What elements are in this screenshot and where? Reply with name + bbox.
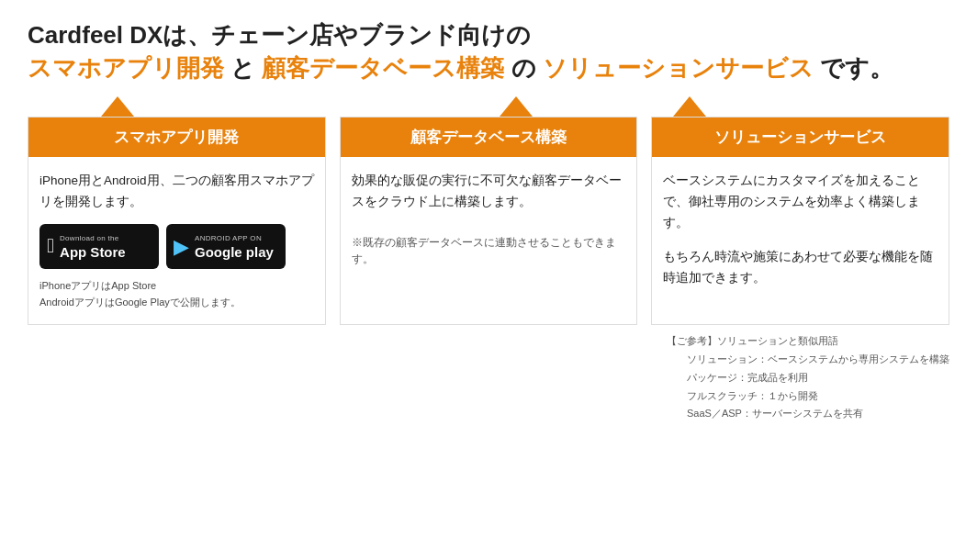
col-3: ソリューションサービス ベースシステムにカスタマイズを加えることで、御社専用のシ… xyxy=(651,117,949,325)
title-suffix: は、チェーン店やブランド向けの xyxy=(163,21,531,49)
col3-text1: ベースシステムにカスタマイズを加えることで、御社専用のシステムを効率よく構築しま… xyxy=(663,171,938,234)
store-note-line1: iPhoneアプリはApp Store xyxy=(39,278,314,295)
title-no: の xyxy=(504,54,542,82)
store-note-line2: AndroidアプリはGoogle Playで公開します。 xyxy=(39,295,314,311)
col1-body: iPhone用とAndroid用、二つの顧客用スマホアプリを開発します。  D… xyxy=(28,157,325,324)
columns-section: スマホアプリ開発 iPhone用とAndroid用、二つの顧客用スマホアプリを開… xyxy=(28,117,949,325)
col2-text: 効果的な販促の実行に不可欠な顧客データベースをクラウド上に構築します。 xyxy=(352,171,626,213)
store-note: iPhoneアプリはApp Store AndroidアプリはGoogle Pl… xyxy=(39,278,314,310)
ref-item-2: パッケージ：完成品を利用 xyxy=(667,369,949,387)
appstore-big-text: App Store xyxy=(60,244,126,261)
arrow-up-1 xyxy=(101,96,134,117)
arrow-up-2 xyxy=(500,96,533,117)
arrow-col-1 xyxy=(28,96,377,117)
page-wrapper: Cardfeel DXは、チェーン店やブランド向けの スマホアプリ開発 と 顧客… xyxy=(28,18,949,423)
col-1: スマホアプリ開発 iPhone用とAndroid用、二つの顧客用スマホアプリを開… xyxy=(28,117,326,325)
googleplay-badge[interactable]: ▶ ANDROID APP ON Google play xyxy=(166,224,286,269)
ref-content: 【ご参考】ソリューションと類似用語 ソリューション：ベースシステムから専用システ… xyxy=(667,332,949,423)
col2-note: ※既存の顧客データベースに連動させることもできます。 xyxy=(352,234,626,268)
title-desu: です。 xyxy=(814,54,893,82)
col1-header: スマホアプリ開発 xyxy=(28,118,325,157)
title-line2: スマホアプリ開発 と 顧客データベース構築 の ソリューションサービス です。 xyxy=(28,51,949,84)
appstore-badge[interactable]:  Download on the App Store xyxy=(39,224,159,269)
title-line1: Cardfeel DXは、チェーン店やブランド向けの xyxy=(28,18,949,51)
arrow-col-3 xyxy=(655,96,949,117)
col2-header: 顧客データベース構築 xyxy=(341,118,637,157)
col3-header: ソリューションサービス xyxy=(652,118,949,157)
arrow-up-3 xyxy=(673,96,706,117)
googleplay-small-text: ANDROID APP ON xyxy=(195,232,274,245)
col1-text: iPhone用とAndroid用、二つの顧客用スマホアプリを開発します。 xyxy=(39,171,314,213)
col3-body: ベースシステムにカスタマイズを加えることで、御社専用のシステムを効率よく構築しま… xyxy=(652,157,949,316)
title-db: 顧客データベース構築 xyxy=(262,54,504,82)
col-2: 顧客データベース構築 効果的な販促の実行に不可欠な顧客データベースをクラウド上に… xyxy=(340,117,638,325)
apple-icon:  xyxy=(47,236,54,256)
ref-item-3: フルスクラッチ：１から開発 xyxy=(667,387,949,406)
col3-text2: もちろん時流や施策にあわせて必要な機能を随時追加できます。 xyxy=(663,247,938,289)
play-icon: ▶ xyxy=(174,230,189,263)
title-solution: ソリューションサービス xyxy=(543,54,814,82)
googleplay-text: ANDROID APP ON Google play xyxy=(195,232,274,262)
col2-body: 効果的な販促の実行に不可欠な顧客データベースをクラウド上に構築します。 ※既存の… xyxy=(341,157,637,282)
header-section: Cardfeel DXは、チェーン店やブランド向けの スマホアプリ開発 と 顧客… xyxy=(28,18,949,85)
appstore-small-text: Download on the xyxy=(60,232,126,245)
arrows-row xyxy=(28,96,949,117)
arrow-col-2 xyxy=(377,96,654,117)
brand-name: Cardfeel DX xyxy=(28,21,163,49)
store-badges:  Download on the App Store ▶ ANDROID AP… xyxy=(39,224,314,269)
ref-item-1: ソリューション：ベースシステムから専用システムを構築 xyxy=(667,351,949,369)
title-app-dev: スマホアプリ開発 xyxy=(28,54,224,82)
ref-item-4: SaaS／ASP：サーバーシステムを共有 xyxy=(667,405,949,423)
ref-title: 【ご参考】ソリューションと類似用語 xyxy=(667,332,949,351)
bottom-reference: 【ご参考】ソリューションと類似用語 ソリューション：ベースシステムから専用システ… xyxy=(28,332,949,423)
title-and: と xyxy=(224,54,262,82)
appstore-text: Download on the App Store xyxy=(60,232,126,262)
googleplay-big-text: Google play xyxy=(195,244,274,261)
